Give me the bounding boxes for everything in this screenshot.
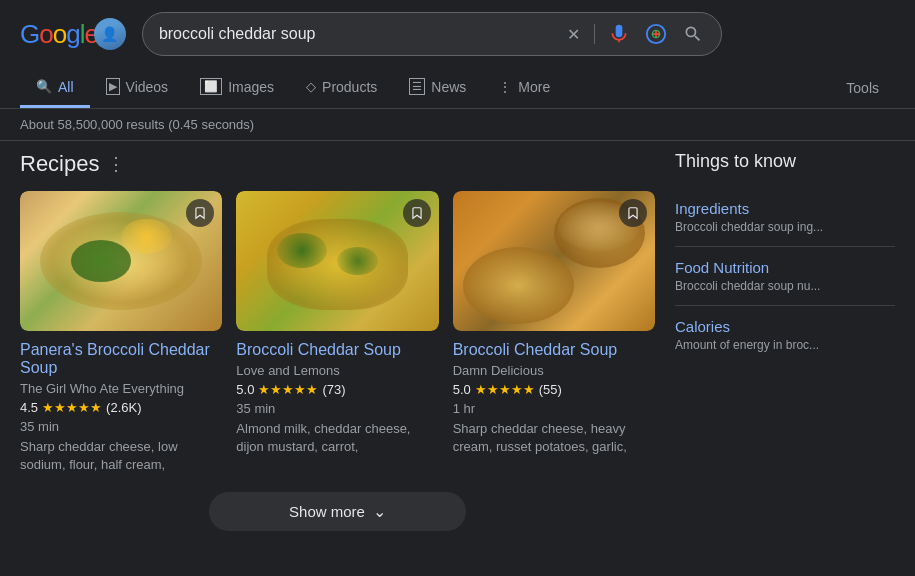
recipe-source-2: Love and Lemons <box>236 363 438 378</box>
nav-tabs: 🔍 All ▶ Videos ⬜ Images ◇ Products ☰ New… <box>0 68 915 109</box>
more-icon: ⋮ <box>498 79 512 95</box>
recipe-cards: Panera's Broccoli Cheddar Soup The Girl … <box>20 191 655 474</box>
recipe-time-2: 35 min <box>236 401 438 416</box>
recipe-title-2[interactable]: Broccoli Cheddar Soup <box>236 341 438 359</box>
stars-3: ★★★★★ <box>475 382 535 397</box>
review-count-2: (73) <box>322 382 345 397</box>
recipe-image-1 <box>20 191 222 331</box>
knowledge-title-calories: Calories <box>675 318 895 335</box>
search-input[interactable]: broccoli cheddar soup <box>159 25 555 43</box>
bookmark-btn-3[interactable] <box>619 199 647 227</box>
all-icon: 🔍 <box>36 79 52 94</box>
results-count: About 58,500,000 results (0.45 seconds) <box>0 109 915 140</box>
tab-images-label: Images <box>228 79 274 95</box>
show-more-label: Show more <box>289 503 365 520</box>
recipe-image-2 <box>236 191 438 331</box>
rating-value-2: 5.0 <box>236 382 254 397</box>
search-icons: ✕ <box>565 21 705 47</box>
tab-products[interactable]: ◇ Products <box>290 69 393 108</box>
recipe-rating-3: 5.0 ★★★★★ (55) <box>453 382 655 397</box>
tools-button[interactable]: Tools <box>830 70 895 106</box>
knowledge-desc-nutrition: Broccoli cheddar soup nu... <box>675 279 895 293</box>
recipe-card-1: Panera's Broccoli Cheddar Soup The Girl … <box>20 191 222 474</box>
tab-images[interactable]: ⬜ Images <box>184 68 290 108</box>
search-bar: broccoli cheddar soup ✕ <box>142 12 722 56</box>
lens-button[interactable] <box>643 21 669 47</box>
show-more-button[interactable]: Show more ⌄ <box>209 492 466 531</box>
review-count-3: (55) <box>539 382 562 397</box>
right-panel: Things to know Ingredients Broccoli ched… <box>675 141 895 541</box>
recipe-time-3: 1 hr <box>453 401 655 416</box>
main-content: Recipes ⋮ <box>0 141 915 541</box>
tab-videos[interactable]: ▶ Videos <box>90 68 185 108</box>
mic-button[interactable] <box>607 22 631 46</box>
stars-1: ★★★★★ <box>42 400 102 415</box>
tab-news[interactable]: ☰ News <box>393 68 482 108</box>
review-count-1: (2.6K) <box>106 400 141 415</box>
recipe-image-3 <box>453 191 655 331</box>
tab-all[interactable]: 🔍 All <box>20 69 90 108</box>
logo-text: Google <box>20 19 98 50</box>
knowledge-desc-ingredients: Broccoli cheddar soup ing... <box>675 220 895 234</box>
stars-2: ★★★★★ <box>258 382 318 397</box>
recipe-ingredients-2: Almond milk, cheddar cheese, dijon musta… <box>236 420 438 456</box>
recipe-card-2: Broccoli Cheddar Soup Love and Lemons 5.… <box>236 191 438 474</box>
recipe-source-1: The Girl Who Ate Everything <box>20 381 222 396</box>
search-button[interactable] <box>681 22 705 46</box>
products-icon: ◇ <box>306 79 316 94</box>
left-content: Recipes ⋮ <box>20 141 655 541</box>
tab-news-label: News <box>431 79 466 95</box>
knowledge-title-ingredients: Ingredients <box>675 200 895 217</box>
recipe-title-3[interactable]: Broccoli Cheddar Soup <box>453 341 655 359</box>
tab-products-label: Products <box>322 79 377 95</box>
knowledge-item-nutrition[interactable]: Food Nutrition Broccoli cheddar soup nu.… <box>675 247 895 306</box>
clear-button[interactable]: ✕ <box>565 23 582 46</box>
bookmark-btn-2[interactable] <box>403 199 431 227</box>
videos-icon: ▶ <box>106 78 120 95</box>
things-to-know-title: Things to know <box>675 151 895 172</box>
top-bar: Google 👤 broccoli cheddar soup ✕ <box>0 0 915 68</box>
tab-more-label: More <box>518 79 550 95</box>
recipes-header: Recipes ⋮ <box>20 141 655 177</box>
images-icon: ⬜ <box>200 78 222 95</box>
rating-value-3: 5.0 <box>453 382 471 397</box>
knowledge-title-nutrition: Food Nutrition <box>675 259 895 276</box>
chevron-down-icon: ⌄ <box>373 502 386 521</box>
recipe-rating-2: 5.0 ★★★★★ (73) <box>236 382 438 397</box>
user-avatar: 👤 <box>94 18 126 50</box>
logo[interactable]: Google 👤 <box>20 19 126 50</box>
results-count-text: About 58,500,000 results (0.45 seconds) <box>20 117 254 132</box>
knowledge-item-calories[interactable]: Calories Amount of energy in broc... <box>675 306 895 364</box>
tab-all-label: All <box>58 79 74 95</box>
recipe-title-1[interactable]: Panera's Broccoli Cheddar Soup <box>20 341 222 377</box>
tab-videos-label: Videos <box>126 79 169 95</box>
tab-more[interactable]: ⋮ More <box>482 69 566 108</box>
recipe-card-3: Broccoli Cheddar Soup Damn Delicious 5.0… <box>453 191 655 474</box>
recipes-title: Recipes <box>20 151 99 177</box>
rating-value-1: 4.5 <box>20 400 38 415</box>
knowledge-item-ingredients[interactable]: Ingredients Broccoli cheddar soup ing... <box>675 188 895 247</box>
recipe-rating-1: 4.5 ★★★★★ (2.6K) <box>20 400 222 415</box>
more-options-icon[interactable]: ⋮ <box>107 153 125 175</box>
knowledge-desc-calories: Amount of energy in broc... <box>675 338 895 352</box>
recipe-source-3: Damn Delicious <box>453 363 655 378</box>
recipe-time-1: 35 min <box>20 419 222 434</box>
news-icon: ☰ <box>409 78 425 95</box>
show-more-container: Show more ⌄ <box>20 474 655 541</box>
recipe-ingredients-1: Sharp cheddar cheese, low sodium, flour,… <box>20 438 222 474</box>
recipe-ingredients-3: Sharp cheddar cheese, heavy cream, russe… <box>453 420 655 456</box>
